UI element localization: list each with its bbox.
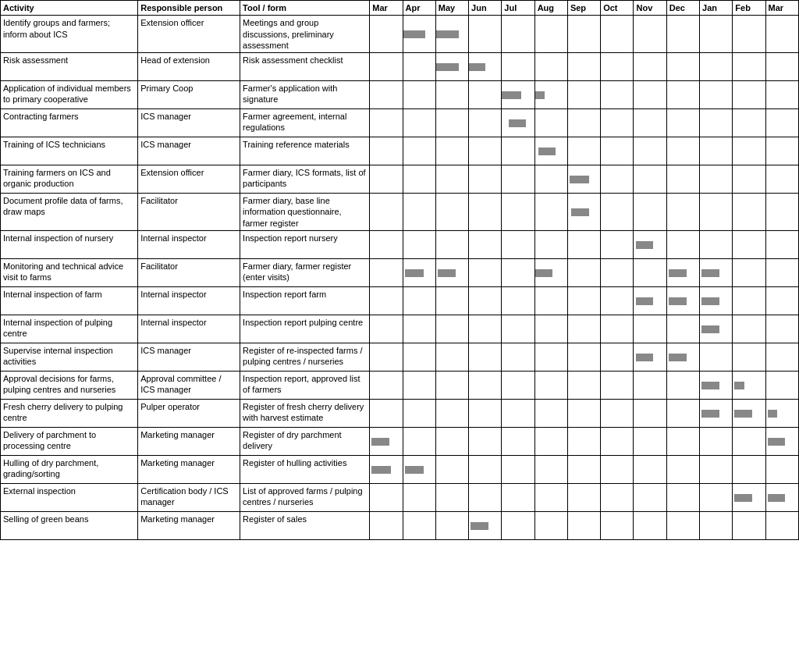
month-cell [534,512,567,540]
month-cell [601,259,634,287]
month-cell [733,512,765,540]
month-cell [435,428,468,456]
month-cell [534,287,567,315]
month-cell [765,512,798,540]
table-row: Delivery of parchment to processing cent… [1,428,799,456]
month-cell [370,165,403,194]
month-cell [634,53,666,81]
table-row: Internal inspection of nurseryInternal i… [1,231,799,259]
activity-cell: Application of individual members to pri… [1,81,138,109]
table-row: Supervise internal inspection activities… [1,343,799,372]
month-cell [534,400,567,428]
activity-cell: Training farmers on ICS and organic prod… [1,165,138,194]
header-month-4: Jul [502,1,534,16]
header-month-1: Apr [403,1,435,16]
gantt-bar [371,466,391,474]
gantt-bar [538,148,556,155]
month-cell [601,372,634,400]
month-cell [700,259,733,287]
month-cell [634,137,666,165]
month-cell [502,343,534,372]
month-cell [502,165,534,194]
month-cell [666,259,699,287]
tool-cell: Farmer diary, farmer register (enter vis… [240,259,370,287]
gantt-bar [570,176,589,183]
table-row: External inspectionCertification body / … [1,484,799,512]
month-cell [534,484,567,512]
month-cell [435,16,468,53]
month-cell [435,53,468,81]
month-cell [435,259,468,287]
month-cell [765,231,798,259]
month-cell [700,512,733,540]
gantt-bar [701,410,719,418]
month-cell [765,137,798,165]
month-cell [469,287,502,315]
header-month-8: Nov [634,1,666,16]
header-tool: Tool / form [240,1,370,16]
tool-cell: Farmer's application with signature [240,81,370,109]
activity-cell: Monitoring and technical advice visit to… [1,259,138,287]
activity-cell: Internal inspection of pulping centre [1,315,138,343]
gantt-bar [502,91,521,99]
month-cell [666,287,699,315]
month-cell [502,315,534,343]
month-cell [700,315,733,343]
month-cell [469,259,502,287]
month-cell [634,372,666,400]
month-cell [534,194,567,231]
month-cell [666,343,699,372]
month-cell [733,315,765,343]
month-cell [435,287,468,315]
header-month-3: Jun [469,1,502,16]
month-cell [733,194,765,231]
month-cell [666,231,699,259]
gantt-bar [535,91,545,99]
month-cell [700,456,733,484]
month-cell [403,231,435,259]
table-row: Monitoring and technical advice visit to… [1,259,799,287]
month-cell [634,194,666,231]
person-cell: Primary Coop [138,81,240,109]
month-cell [370,428,403,456]
month-cell [534,259,567,287]
month-cell [469,165,502,194]
month-cell [502,16,534,53]
header-activity: Activity [1,1,138,16]
table-row: Risk assessmentHead of extensionRisk ass… [1,53,799,81]
month-cell [403,456,435,484]
month-cell [534,343,567,372]
table-row: Internal inspection of farmInternal insp… [1,287,799,315]
month-cell [765,165,798,194]
month-cell [733,16,765,53]
month-cell [502,456,534,484]
table-row: Selling of green beansMarketing managerR… [1,512,799,540]
month-cell [534,16,567,53]
month-cell [601,400,634,428]
month-cell [502,231,534,259]
month-cell [700,484,733,512]
month-cell [666,484,699,512]
month-cell [435,372,468,400]
gantt-bar [768,438,786,446]
month-cell [403,512,435,540]
month-cell [435,231,468,259]
month-cell [502,287,534,315]
header-month-12: Mar [765,1,798,16]
month-cell [601,109,634,137]
month-cell [435,315,468,343]
month-cell [502,194,534,231]
month-cell [370,16,403,53]
month-cell [469,315,502,343]
month-cell [403,372,435,400]
month-cell [666,16,699,53]
table-row: Application of individual members to pri… [1,81,799,109]
month-cell [733,137,765,165]
month-cell [601,137,634,165]
month-cell [370,287,403,315]
month-cell [469,16,502,53]
month-cell [435,165,468,194]
month-cell [634,400,666,428]
month-cell [601,231,634,259]
month-cell [435,343,468,372]
